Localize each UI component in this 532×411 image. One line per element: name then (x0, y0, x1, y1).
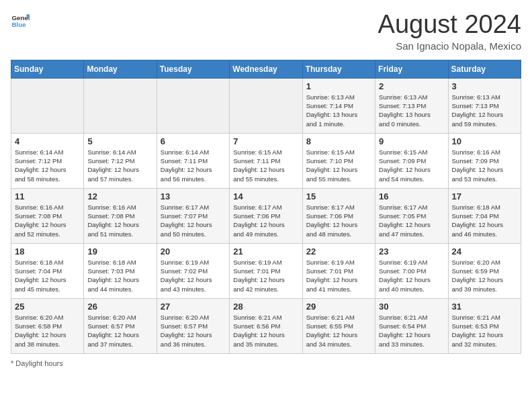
day-number: 6 (161, 136, 226, 146)
cell-info: Sunrise: 6:15 AMSunset: 7:11 PMDaylight:… (233, 148, 298, 183)
calendar-cell: 21Sunrise: 6:19 AMSunset: 7:01 PMDayligh… (230, 243, 302, 298)
calendar-cell: 7Sunrise: 6:15 AMSunset: 7:11 PMDaylight… (230, 133, 302, 188)
cell-info: Sunrise: 6:17 AMSunset: 7:07 PMDaylight:… (161, 203, 226, 238)
header-cell-tuesday: Tuesday (157, 60, 229, 78)
calendar-week-row: 18Sunrise: 6:18 AMSunset: 7:04 PMDayligh… (11, 243, 521, 298)
header-cell-thursday: Thursday (302, 60, 375, 78)
calendar-cell (84, 78, 157, 133)
day-number: 30 (379, 302, 444, 312)
day-number: 2 (379, 81, 444, 91)
day-number: 24 (452, 246, 517, 257)
calendar-cell: 20Sunrise: 6:19 AMSunset: 7:02 PMDayligh… (157, 243, 229, 298)
day-number: 31 (452, 302, 517, 312)
cell-info: Sunrise: 6:13 AMSunset: 7:14 PMDaylight:… (306, 93, 371, 128)
cell-info: Sunrise: 6:18 AMSunset: 7:04 PMDaylight:… (15, 258, 80, 293)
day-number: 16 (379, 191, 444, 201)
header: General Blue August 2024 San Ignacio Nop… (11, 11, 521, 52)
month-year-title: August 2024 (378, 11, 521, 39)
cell-info: Sunrise: 6:13 AMSunset: 7:13 PMDaylight:… (452, 93, 517, 128)
calendar-cell: 17Sunrise: 6:18 AMSunset: 7:04 PMDayligh… (448, 188, 521, 243)
cell-info: Sunrise: 6:14 AMSunset: 7:12 PMDaylight:… (87, 148, 152, 183)
calendar-cell (11, 78, 84, 133)
cell-info: Sunrise: 6:14 AMSunset: 7:11 PMDaylight:… (161, 148, 226, 183)
header-cell-friday: Friday (375, 60, 448, 78)
calendar-cell: 14Sunrise: 6:17 AMSunset: 7:06 PMDayligh… (230, 188, 302, 243)
calendar-week-row: 25Sunrise: 6:20 AMSunset: 6:58 PMDayligh… (11, 298, 521, 353)
cell-info: Sunrise: 6:16 AMSunset: 7:08 PMDaylight:… (87, 203, 152, 238)
daylight-hours-label: Daylight hours (15, 359, 62, 367)
cell-info: Sunrise: 6:17 AMSunset: 7:06 PMDaylight:… (233, 203, 298, 238)
day-number: 29 (306, 302, 371, 312)
calendar-week-row: 4Sunrise: 6:14 AMSunset: 7:12 PMDaylight… (11, 133, 521, 188)
day-number: 10 (452, 136, 517, 146)
calendar-cell: 24Sunrise: 6:20 AMSunset: 6:59 PMDayligh… (448, 243, 521, 298)
day-number: 11 (15, 191, 80, 201)
cell-info: Sunrise: 6:19 AMSunset: 7:01 PMDaylight:… (306, 258, 371, 293)
day-number: 21 (233, 246, 298, 257)
calendar-cell (157, 78, 229, 133)
header-cell-saturday: Saturday (448, 60, 521, 78)
day-number: 20 (161, 246, 226, 257)
cell-info: Sunrise: 6:21 AMSunset: 6:53 PMDaylight:… (452, 313, 517, 349)
calendar-cell: 9Sunrise: 6:15 AMSunset: 7:09 PMDaylight… (375, 133, 448, 188)
calendar-cell: 30Sunrise: 6:21 AMSunset: 6:54 PMDayligh… (375, 298, 448, 353)
cell-info: Sunrise: 6:20 AMSunset: 6:58 PMDaylight:… (15, 313, 80, 349)
calendar-cell: 29Sunrise: 6:21 AMSunset: 6:55 PMDayligh… (302, 298, 375, 353)
calendar-cell: 27Sunrise: 6:20 AMSunset: 6:57 PMDayligh… (157, 298, 229, 353)
calendar-cell: 1Sunrise: 6:13 AMSunset: 7:14 PMDaylight… (302, 78, 375, 133)
cell-info: Sunrise: 6:15 AMSunset: 7:09 PMDaylight:… (379, 148, 444, 183)
header-cell-wednesday: Wednesday (230, 60, 302, 78)
calendar-cell (230, 78, 302, 133)
cell-info: Sunrise: 6:18 AMSunset: 7:04 PMDaylight:… (452, 203, 517, 238)
day-number: 1 (306, 81, 371, 91)
calendar-cell: 5Sunrise: 6:14 AMSunset: 7:12 PMDaylight… (84, 133, 157, 188)
day-number: 18 (15, 246, 80, 257)
cell-info: Sunrise: 6:17 AMSunset: 7:06 PMDaylight:… (306, 203, 371, 238)
cell-info: Sunrise: 6:19 AMSunset: 7:02 PMDaylight:… (161, 258, 226, 293)
calendar-cell: 31Sunrise: 6:21 AMSunset: 6:53 PMDayligh… (448, 298, 521, 353)
cell-info: Sunrise: 6:18 AMSunset: 7:03 PMDaylight:… (87, 258, 152, 293)
day-number: 9 (379, 136, 444, 146)
calendar-cell: 22Sunrise: 6:19 AMSunset: 7:01 PMDayligh… (302, 243, 375, 298)
day-number: 13 (161, 191, 226, 201)
cell-info: Sunrise: 6:14 AMSunset: 7:12 PMDaylight:… (15, 148, 80, 183)
calendar-cell: 19Sunrise: 6:18 AMSunset: 7:03 PMDayligh… (84, 243, 157, 298)
day-number: 27 (161, 302, 226, 312)
calendar-week-row: 1Sunrise: 6:13 AMSunset: 7:14 PMDaylight… (11, 78, 521, 133)
calendar-cell: 8Sunrise: 6:15 AMSunset: 7:10 PMDaylight… (302, 133, 375, 188)
cell-info: Sunrise: 6:16 AMSunset: 7:09 PMDaylight:… (452, 148, 517, 183)
day-number: 19 (87, 246, 152, 257)
calendar-cell: 26Sunrise: 6:20 AMSunset: 6:57 PMDayligh… (84, 298, 157, 353)
calendar-cell: 15Sunrise: 6:17 AMSunset: 7:06 PMDayligh… (302, 188, 375, 243)
location-subtitle: San Ignacio Nopala, Mexico (378, 40, 521, 52)
calendar-cell: 16Sunrise: 6:17 AMSunset: 7:05 PMDayligh… (375, 188, 448, 243)
calendar-cell: 23Sunrise: 6:19 AMSunset: 7:00 PMDayligh… (375, 243, 448, 298)
calendar-cell: 13Sunrise: 6:17 AMSunset: 7:07 PMDayligh… (157, 188, 229, 243)
header-cell-monday: Monday (84, 60, 157, 78)
day-number: 12 (87, 191, 152, 201)
cell-info: Sunrise: 6:21 AMSunset: 6:56 PMDaylight:… (233, 313, 298, 349)
day-number: 5 (87, 136, 152, 146)
cell-info: Sunrise: 6:21 AMSunset: 6:55 PMDaylight:… (306, 313, 371, 349)
calendar-cell: 2Sunrise: 6:13 AMSunset: 7:13 PMDaylight… (375, 78, 448, 133)
calendar-cell: 12Sunrise: 6:16 AMSunset: 7:08 PMDayligh… (84, 188, 157, 243)
cell-info: Sunrise: 6:20 AMSunset: 6:57 PMDaylight:… (87, 313, 152, 349)
calendar-cell: 6Sunrise: 6:14 AMSunset: 7:11 PMDaylight… (157, 133, 229, 188)
svg-text:Blue: Blue (11, 21, 26, 28)
cell-info: Sunrise: 6:13 AMSunset: 7:13 PMDaylight:… (379, 93, 444, 128)
header-cell-sunday: Sunday (11, 60, 84, 78)
calendar-cell: 10Sunrise: 6:16 AMSunset: 7:09 PMDayligh… (448, 133, 521, 188)
calendar-cell: 3Sunrise: 6:13 AMSunset: 7:13 PMDaylight… (448, 78, 521, 133)
calendar-header-row: SundayMondayTuesdayWednesdayThursdayFrid… (11, 60, 521, 78)
day-number: 14 (233, 191, 298, 201)
cell-info: Sunrise: 6:16 AMSunset: 7:08 PMDaylight:… (15, 203, 80, 238)
cell-info: Sunrise: 6:19 AMSunset: 7:01 PMDaylight:… (233, 258, 298, 293)
day-number: 22 (306, 246, 371, 257)
calendar-cell: 28Sunrise: 6:21 AMSunset: 6:56 PMDayligh… (230, 298, 302, 353)
day-number: 17 (452, 191, 517, 201)
calendar-cell: 25Sunrise: 6:20 AMSunset: 6:58 PMDayligh… (11, 298, 84, 353)
logo: General Blue (11, 11, 30, 30)
cell-info: Sunrise: 6:17 AMSunset: 7:05 PMDaylight:… (379, 203, 444, 238)
cell-info: Sunrise: 6:20 AMSunset: 6:57 PMDaylight:… (161, 313, 226, 349)
day-number: 3 (452, 81, 517, 91)
